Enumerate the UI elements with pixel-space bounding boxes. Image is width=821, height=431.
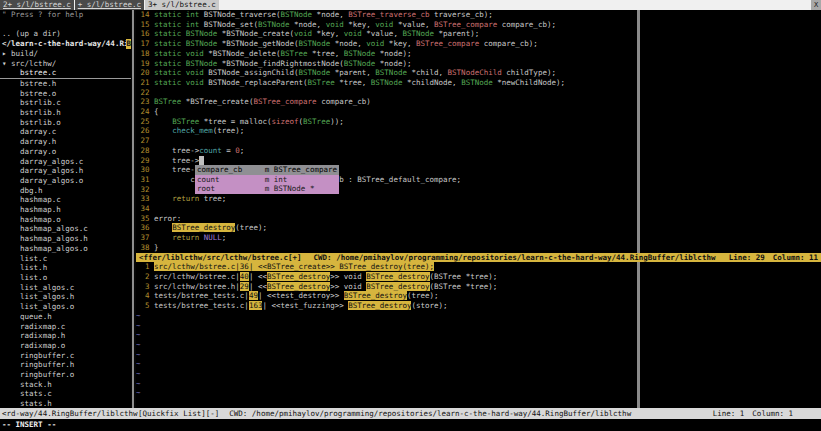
quickfix-row-4[interactable]: 4 tests/bstree_tests.c|49| <<test_destro… [136,291,821,301]
line-number: 20 [136,68,154,77]
completion-item-compare_cb[interactable]: compare_cb m BSTree_compare [195,165,339,175]
code-line-38[interactable]: 38 } [136,243,821,253]
code-line-14[interactable]: 14 static int BSTNode_traverse(BSTNode *… [136,10,821,20]
tree-item[interactable]: radixmap.h [0,331,131,341]
tree-item[interactable]: list_algos.c [0,283,131,293]
line-number: 32 [136,185,154,194]
tree-item[interactable]: darray_algos.o [0,176,131,186]
code-line-37[interactable]: 37 return NULL; [136,233,821,243]
tilde-marker: ~ [136,311,141,320]
code-line-20[interactable]: 20 static void BSTNode_assignChild(BSTNo… [136,68,821,78]
code-text: void [366,39,384,48]
code-text: BSTree [281,49,308,58]
code-line-17[interactable]: 17 static BSTNode *BSTNode_getNode(BSTNo… [136,39,821,49]
code-line-33[interactable]: 33 return tree; [136,194,821,204]
code-line-35[interactable]: 35 error: [136,214,821,224]
code-text: void [326,20,344,29]
tree-item[interactable]: list_algos.o [0,302,131,312]
tree-item[interactable]: list.c [0,254,131,264]
quickfix-row-1[interactable]: 1 src/lcthw/bstree.c|36| <<BSTree_create… [136,262,821,272]
tree-item[interactable]: bstrlib.h [0,108,131,118]
tree-item[interactable]: dbg.h [0,186,131,196]
tree-item[interactable]: radixmap.c [0,322,131,332]
search-match: BSTree_destroy [267,282,330,291]
tree-item[interactable]: stack.h [0,380,131,390]
code-text: BSTNode [344,59,376,68]
code-text: BSTree_compare [416,39,479,48]
code-text: *BSTNode_getNode( [217,39,298,48]
tree-item[interactable]: darray.o [0,147,131,157]
tab-3[interactable]: 3+ s/l/bstree.c [145,0,219,10]
code-line-36[interactable]: 36 BSTree_destroy(tree); [136,223,821,233]
tree-item[interactable]: bstree.c [0,68,131,79]
tree-item[interactable]: list_algos.h [0,292,131,302]
tree-item[interactable]: ringbuffer.c [0,351,131,361]
code-line-25[interactable]: 25 BSTree *tree = malloc(sizeof(BSTree))… [136,117,821,127]
search-match: BSTree_destroy [366,282,429,291]
quickfix-lnum: 29 [240,282,249,291]
code-line-22[interactable]: 22 [136,88,821,98]
code-line-19[interactable]: 19 static BSTNode *BSTNode_findRightmost… [136,59,821,69]
code-text: compare_cb); [497,20,556,29]
tilde-marker: ~ [136,350,141,359]
code-line-16[interactable]: 16 static BSTNode *BSTNode_create(void *… [136,29,821,39]
tree-item[interactable]: list.h [0,263,131,273]
tree-item[interactable]: bstrlib.c [0,98,131,108]
tree-item[interactable]: darray.c [0,127,131,137]
code-line-24[interactable]: 24 { [136,107,821,117]
quickfix-text: src/lcthw/bstree.h| [154,282,240,291]
code-text: static void [154,49,204,58]
code-line-18[interactable]: 18 static void *BSTNode_delete(BSTree *t… [136,49,821,59]
tab-1[interactable]: 2+ s/l/bstree.c [0,0,74,10]
completion-item-count[interactable]: count m int [195,175,339,185]
code-line-15[interactable]: 15 static int BSTNode_set(BSTNode *node,… [136,20,821,30]
code-line-28[interactable]: 28 tree->count = 0; [136,146,821,156]
tree-item[interactable]: hashmap_algos.o [0,244,131,254]
tree-item[interactable]: hashmap.h [0,205,131,215]
line-number: 15 [136,20,154,29]
tree-item[interactable]: bstree.h [0,79,131,89]
tree-item[interactable]: hashmap_algos.c [0,224,131,234]
tree-item[interactable]: ▾ src/lcthw/ [0,59,131,69]
tree-item[interactable]: darray.h [0,137,131,147]
code-text: check_mem [172,126,213,135]
tab-2[interactable]: + s/l/bstree.c [75,0,144,10]
code-line-23[interactable]: 23 BSTree *BSTree_create(BSTree_compare … [136,97,821,107]
quickfix-text: | << [249,282,267,291]
code-text [154,126,172,135]
tree-item[interactable]: .. (up a dir) [0,29,131,39]
tree-item[interactable]: hashmap.o [0,215,131,225]
tree-item[interactable]: ringbuffer.h [0,360,131,370]
quickfix-row-2[interactable]: 2 src/lcthw/bstree.c|40| <<BSTree_destro… [136,272,821,282]
completion-item-root[interactable]: root m BSTNode * [195,184,339,194]
tree-root-path[interactable]: </learn-c-the-hard-way/44.RingB [0,39,131,49]
tree-item[interactable]: hashmap_algos.h [0,234,131,244]
code-text: BSTNodeChild [448,68,502,77]
tree-item[interactable]: queue.h [0,312,131,322]
tree-item[interactable]: stats.h [0,399,131,408]
tab-close-button[interactable]: X [811,0,821,10]
tree-item[interactable]: ▸ build/ [0,49,131,59]
code-text: *child, [407,68,448,77]
empty-line: ~ [136,379,821,389]
tree-item[interactable]: bstrlib.o [0,118,131,128]
code-line-29[interactable]: 29 tree-> [136,156,821,166]
tree-item[interactable]: darray_algos.h [0,166,131,176]
tree-item[interactable]: ringbuffer.o [0,370,131,380]
tree-item[interactable]: bstree.o [0,89,131,99]
code-line-21[interactable]: 21 static void BSTNode_replaceParent(BST… [136,78,821,88]
tree-item[interactable]: darray_algos.c [0,157,131,167]
quickfix-index: 2 [136,272,154,281]
tree-item[interactable]: list.o [0,273,131,283]
code-line-26[interactable]: 26 check_mem(tree); [136,126,821,136]
tree-item[interactable]: radixmap.o [0,341,131,351]
code-line-27[interactable]: 27 [136,136,821,146]
line-number: 21 [136,78,154,87]
tree-item[interactable]: stats.c [0,389,131,399]
quickfix-lnum: 49 [249,291,258,300]
line-number: 37 [136,233,154,242]
quickfix-row-5[interactable]: 5 tests/bstree_tests.c|163| <<test_fuzzi… [136,301,821,311]
code-line-34[interactable]: 34 [136,204,821,214]
tree-item[interactable]: hashmap.c [0,195,131,205]
quickfix-row-3[interactable]: 3 src/lcthw/bstree.h|29| <<BSTree_destro… [136,282,821,292]
